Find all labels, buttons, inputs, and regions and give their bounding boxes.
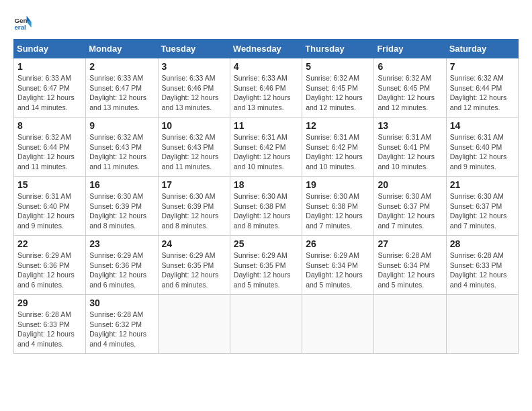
day-number: 1 — [17, 61, 82, 72]
calendar-cell: 2 Sunrise: 6:33 AMSunset: 6:47 PMDayligh… — [86, 58, 158, 118]
day-number: 17 — [162, 179, 226, 190]
day-number: 18 — [234, 179, 298, 190]
calendar-week-3: 15 Sunrise: 6:31 AMSunset: 6:40 PMDaylig… — [14, 177, 519, 236]
day-detail: Sunrise: 6:30 AMSunset: 6:38 PMDaylight:… — [234, 192, 291, 230]
calendar-cell — [158, 295, 230, 354]
logo-icon: Gen eral — [13, 13, 32, 32]
day-number: 16 — [89, 179, 154, 190]
day-number: 12 — [306, 120, 370, 131]
day-detail: Sunrise: 6:30 AMSunset: 6:38 PMDaylight:… — [306, 192, 363, 230]
calendar-cell: 19 Sunrise: 6:30 AMSunset: 6:38 PMDaylig… — [302, 177, 374, 236]
day-number: 29 — [17, 298, 82, 308]
svg-text:eral: eral — [14, 24, 26, 31]
day-detail: Sunrise: 6:29 AMSunset: 6:36 PMDaylight:… — [89, 251, 146, 289]
day-number: 20 — [378, 179, 442, 190]
calendar-cell: 17 Sunrise: 6:30 AMSunset: 6:39 PMDaylig… — [158, 177, 230, 236]
day-detail: Sunrise: 6:28 AMSunset: 6:33 PMDaylight:… — [17, 310, 75, 348]
calendar-week-2: 8 Sunrise: 6:32 AMSunset: 6:44 PMDayligh… — [14, 118, 519, 177]
calendar-cell: 25 Sunrise: 6:29 AMSunset: 6:35 PMDaylig… — [230, 236, 302, 295]
day-detail: Sunrise: 6:29 AMSunset: 6:35 PMDaylight:… — [162, 251, 219, 289]
calendar-cell: 18 Sunrise: 6:30 AMSunset: 6:38 PMDaylig… — [230, 177, 302, 236]
day-detail: Sunrise: 6:32 AMSunset: 6:44 PMDaylight:… — [17, 133, 75, 171]
calendar-cell: 23 Sunrise: 6:29 AMSunset: 6:36 PMDaylig… — [86, 236, 158, 295]
day-detail: Sunrise: 6:28 AMSunset: 6:34 PMDaylight:… — [378, 251, 435, 289]
calendar-cell: 15 Sunrise: 6:31 AMSunset: 6:40 PMDaylig… — [14, 177, 86, 236]
column-header-friday: Friday — [374, 40, 446, 58]
column-header-saturday: Saturday — [446, 40, 518, 58]
day-number: 23 — [89, 238, 154, 249]
column-header-tuesday: Tuesday — [158, 40, 230, 58]
day-number: 8 — [17, 120, 82, 131]
day-number: 22 — [17, 238, 82, 249]
day-number: 15 — [17, 179, 82, 190]
day-number: 4 — [234, 61, 298, 72]
calendar-cell: 13 Sunrise: 6:31 AMSunset: 6:41 PMDaylig… — [374, 118, 446, 177]
day-detail: Sunrise: 6:30 AMSunset: 6:37 PMDaylight:… — [378, 192, 435, 230]
day-detail: Sunrise: 6:31 AMSunset: 6:41 PMDaylight:… — [378, 133, 435, 171]
day-detail: Sunrise: 6:30 AMSunset: 6:37 PMDaylight:… — [450, 192, 507, 230]
calendar-table: SundayMondayTuesdayWednesdayThursdayFrid… — [13, 39, 519, 354]
column-header-monday: Monday — [86, 40, 158, 58]
day-detail: Sunrise: 6:31 AMSunset: 6:42 PMDaylight:… — [234, 133, 291, 171]
day-detail: Sunrise: 6:33 AMSunset: 6:46 PMDaylight:… — [162, 74, 219, 111]
calendar-cell: 22 Sunrise: 6:29 AMSunset: 6:36 PMDaylig… — [14, 236, 86, 295]
day-detail: Sunrise: 6:32 AMSunset: 6:43 PMDaylight:… — [89, 133, 146, 171]
calendar-cell: 4 Sunrise: 6:33 AMSunset: 6:46 PMDayligh… — [230, 58, 302, 118]
day-detail: Sunrise: 6:31 AMSunset: 6:40 PMDaylight:… — [450, 133, 507, 171]
day-number: 28 — [450, 238, 515, 249]
day-detail: Sunrise: 6:32 AMSunset: 6:45 PMDaylight:… — [378, 74, 435, 111]
calendar-body: 1 Sunrise: 6:33 AMSunset: 6:47 PMDayligh… — [14, 58, 519, 354]
calendar-cell: 10 Sunrise: 6:32 AMSunset: 6:43 PMDaylig… — [158, 118, 230, 177]
calendar-cell — [230, 295, 302, 354]
calendar-cell: 3 Sunrise: 6:33 AMSunset: 6:46 PMDayligh… — [158, 58, 230, 118]
calendar-week-5: 29 Sunrise: 6:28 AMSunset: 6:33 PMDaylig… — [14, 295, 519, 354]
day-detail: Sunrise: 6:33 AMSunset: 6:46 PMDaylight:… — [234, 74, 291, 111]
calendar-cell: 29 Sunrise: 6:28 AMSunset: 6:33 PMDaylig… — [14, 295, 86, 354]
day-number: 10 — [162, 120, 226, 131]
day-number: 14 — [450, 120, 515, 131]
day-number: 3 — [162, 61, 226, 72]
day-detail: Sunrise: 6:28 AMSunset: 6:33 PMDaylight:… — [450, 251, 507, 289]
day-number: 26 — [306, 238, 370, 249]
day-number: 2 — [89, 61, 154, 72]
day-number: 7 — [450, 61, 515, 72]
calendar-cell — [374, 295, 446, 354]
day-number: 24 — [162, 238, 226, 249]
day-number: 30 — [89, 298, 154, 308]
column-header-wednesday: Wednesday — [230, 40, 302, 58]
day-detail: Sunrise: 6:28 AMSunset: 6:32 PMDaylight:… — [89, 310, 146, 348]
header: Gen eral — [13, 13, 519, 32]
day-detail: Sunrise: 6:32 AMSunset: 6:44 PMDaylight:… — [450, 74, 507, 111]
calendar-cell — [446, 295, 518, 354]
svg-marker-2 — [27, 16, 32, 22]
day-number: 9 — [89, 120, 154, 131]
calendar-cell — [302, 295, 374, 354]
calendar-cell: 8 Sunrise: 6:32 AMSunset: 6:44 PMDayligh… — [14, 118, 86, 177]
day-detail: Sunrise: 6:29 AMSunset: 6:36 PMDaylight:… — [17, 251, 75, 289]
calendar-cell: 12 Sunrise: 6:31 AMSunset: 6:42 PMDaylig… — [302, 118, 374, 177]
calendar-cell: 11 Sunrise: 6:31 AMSunset: 6:42 PMDaylig… — [230, 118, 302, 177]
day-number: 25 — [234, 238, 298, 249]
calendar-cell: 9 Sunrise: 6:32 AMSunset: 6:43 PMDayligh… — [86, 118, 158, 177]
column-header-thursday: Thursday — [302, 40, 374, 58]
calendar-cell: 26 Sunrise: 6:29 AMSunset: 6:34 PMDaylig… — [302, 236, 374, 295]
calendar-cell: 16 Sunrise: 6:30 AMSunset: 6:39 PMDaylig… — [86, 177, 158, 236]
day-detail: Sunrise: 6:30 AMSunset: 6:39 PMDaylight:… — [162, 192, 219, 230]
calendar-week-4: 22 Sunrise: 6:29 AMSunset: 6:36 PMDaylig… — [14, 236, 519, 295]
svg-marker-3 — [27, 22, 32, 28]
day-detail: Sunrise: 6:29 AMSunset: 6:35 PMDaylight:… — [234, 251, 291, 289]
calendar-header-row: SundayMondayTuesdayWednesdayThursdayFrid… — [14, 40, 519, 58]
day-detail: Sunrise: 6:32 AMSunset: 6:45 PMDaylight:… — [306, 74, 363, 111]
day-number: 21 — [450, 179, 515, 190]
day-number: 11 — [234, 120, 298, 131]
calendar-week-1: 1 Sunrise: 6:33 AMSunset: 6:47 PMDayligh… — [14, 58, 519, 118]
calendar-cell: 20 Sunrise: 6:30 AMSunset: 6:37 PMDaylig… — [374, 177, 446, 236]
calendar-cell: 28 Sunrise: 6:28 AMSunset: 6:33 PMDaylig… — [446, 236, 518, 295]
day-detail: Sunrise: 6:30 AMSunset: 6:39 PMDaylight:… — [89, 192, 146, 230]
day-detail: Sunrise: 6:31 AMSunset: 6:40 PMDaylight:… — [17, 192, 75, 230]
calendar-cell: 14 Sunrise: 6:31 AMSunset: 6:40 PMDaylig… — [446, 118, 518, 177]
day-detail: Sunrise: 6:33 AMSunset: 6:47 PMDaylight:… — [89, 74, 146, 111]
day-number: 13 — [378, 120, 442, 131]
calendar-cell: 21 Sunrise: 6:30 AMSunset: 6:37 PMDaylig… — [446, 177, 518, 236]
calendar-cell: 6 Sunrise: 6:32 AMSunset: 6:45 PMDayligh… — [374, 58, 446, 118]
